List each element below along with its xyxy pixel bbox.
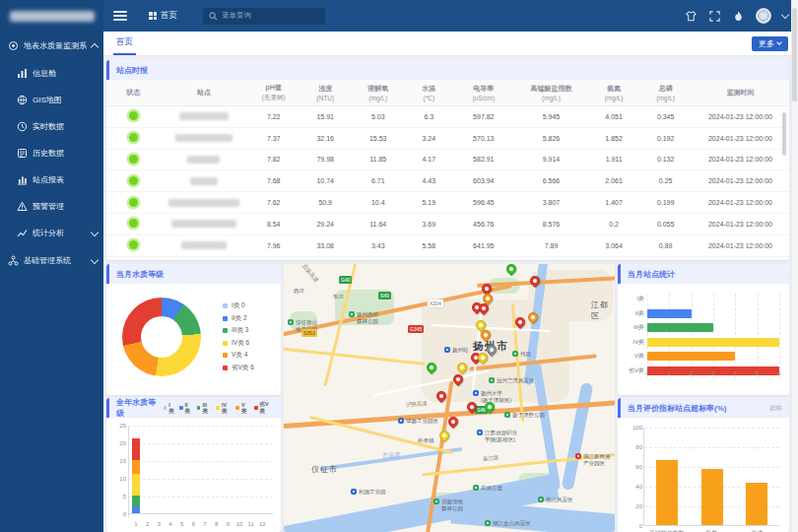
canal xyxy=(562,382,594,491)
table-row[interactable]: 7.9633.083.435.58641.957.893.0640.892024… xyxy=(106,234,789,256)
tab-bar: 首页 更多 xyxy=(103,32,798,56)
monthly-grade-panel: 当月水质等级 I类 0II类 2III类 3IV类 6V类 4劣V类 6 xyxy=(106,264,281,395)
legend-dot xyxy=(254,406,258,410)
status-cell xyxy=(106,106,161,128)
road-badge-S49: S49 xyxy=(378,292,391,299)
value-cell: 4.051 xyxy=(588,106,640,128)
legend-item-I类: I类 0 xyxy=(223,301,254,310)
station-name-cell xyxy=(161,192,248,214)
value-cell: 7.22 xyxy=(247,106,299,128)
poi-green-icon xyxy=(473,485,479,491)
value-cell: 6.566 xyxy=(514,170,588,192)
col-header-站点: 站点 xyxy=(161,80,248,106)
table-row[interactable]: 7.8279.9811.854.17582.919.9141.9110.1322… xyxy=(106,149,789,170)
month-label: 4 xyxy=(168,521,171,527)
map-label: 西庄 xyxy=(294,288,304,295)
table-row[interactable]: 7.6250.910.45.19596.453.8071.4070.199202… xyxy=(106,192,789,214)
map-panel: 扬州市仪征市江都区扬州西郊 森林公园仪征捺山 地质公园扬州站何园运河三湾风景区扬… xyxy=(284,264,615,532)
legend-item-II类: II类 2 xyxy=(223,314,254,323)
value-cell: 8.576 xyxy=(514,213,588,234)
app-logo xyxy=(0,0,103,32)
map-icon xyxy=(17,95,28,105)
poi-green-icon xyxy=(512,351,518,357)
vbar-高锰酸盐指数 xyxy=(656,460,678,525)
main-area: 首页 菜单查询 首页 xyxy=(103,0,798,532)
station-pin-green[interactable] xyxy=(504,264,518,276)
table-row[interactable]: 7.2215.915.036.3597.825.9454.0510.345202… xyxy=(106,106,789,128)
user-avatar[interactable] xyxy=(756,8,771,24)
table-row[interactable]: 7.6810.746.714.43603.946.5662.0610.25202… xyxy=(106,170,789,192)
table-row[interactable]: 8.5429.2411.643.69456.768.5760.20.055202… xyxy=(106,213,789,234)
sidebar-item-站点报表[interactable]: 站点报表 xyxy=(0,166,103,193)
legend-dot xyxy=(223,353,228,358)
value-cell: 6.3 xyxy=(405,106,452,128)
col-header-溶解氧: 溶解氧(mg/L) xyxy=(351,80,405,106)
gridline xyxy=(644,428,779,429)
value-cell: 7.62 xyxy=(247,192,299,214)
station-name-cell xyxy=(161,106,248,128)
month-label: 9 xyxy=(227,521,230,527)
poi-green-icon xyxy=(433,499,439,504)
theme-skin-icon[interactable] xyxy=(685,10,698,23)
fullscreen-icon[interactable] xyxy=(708,10,721,23)
sidebar-item-label: 统计分析 xyxy=(33,228,64,238)
value-cell: 33.08 xyxy=(299,234,352,256)
station-stats-title: 当月站点统计 xyxy=(628,269,675,280)
exceedance-header: 当月评价指标站点超标率(%) 超标 xyxy=(618,398,789,418)
menu-search-input[interactable]: 菜单查询 xyxy=(203,8,325,25)
month-label: 10 xyxy=(236,521,243,527)
sidebar-item-统计分析[interactable]: 统计分析 xyxy=(0,220,103,246)
online-status-dot xyxy=(129,133,138,142)
sidebar-item-信息舱[interactable]: 信息舱 xyxy=(0,60,103,87)
table-scrollbar[interactable] xyxy=(782,112,786,156)
y-tick-label: 0 xyxy=(114,511,126,517)
tab-home[interactable]: 首页 xyxy=(113,32,136,55)
sidebar-item-label: 信息舱 xyxy=(33,68,56,79)
page-scrollbar[interactable] xyxy=(791,0,798,532)
sidebar-group-0[interactable]: 地表水质量监测系统 xyxy=(0,32,103,60)
sidebar-item-GIS地图[interactable]: GIS地图 xyxy=(0,87,103,113)
bottom-grid: 当月水质等级 I类 0II类 2III类 3IV类 6V类 4劣V类 6 全年水… xyxy=(106,264,789,532)
value-cell: 603.94 xyxy=(453,170,515,192)
value-cell: 15.91 xyxy=(299,106,352,128)
x-axis xyxy=(128,513,273,514)
sidebar-item-历史数据[interactable]: 历史数据 xyxy=(0,140,103,166)
online-status-dot xyxy=(129,219,138,228)
sidebar-group-1[interactable]: 基础管理系统 xyxy=(0,246,103,275)
station-pin-red[interactable] xyxy=(446,415,460,429)
value-cell: 6.71 xyxy=(351,170,405,192)
online-status-dot xyxy=(129,198,138,207)
page-scrollbar-thumb[interactable] xyxy=(792,8,797,101)
legend-dot xyxy=(179,406,183,410)
annual-legend-II类: II类 xyxy=(179,402,193,415)
grid-icon xyxy=(149,12,157,20)
map-label: 镇江新民洲 产业园区 xyxy=(575,453,611,467)
nav-home[interactable]: 首页 xyxy=(149,10,177,22)
hbar-row-V类: V类 xyxy=(647,352,779,361)
sidebar-item-预警管理[interactable]: 预警管理 xyxy=(0,193,103,220)
dark-mode-flame-icon[interactable] xyxy=(732,10,745,23)
status-cell xyxy=(106,170,161,192)
station-name-cell xyxy=(161,170,248,192)
gridline xyxy=(128,479,273,480)
map-label: 古运河 xyxy=(382,451,400,460)
map-label: 华扬工业园区 xyxy=(398,418,438,425)
gridline xyxy=(128,443,273,444)
segment-V类 xyxy=(132,460,140,474)
sidebar-item-实时数据[interactable]: 实时数据 xyxy=(0,113,103,140)
clock-icon xyxy=(17,121,28,132)
menu-collapse-icon[interactable] xyxy=(113,11,127,21)
gridline xyxy=(128,497,273,498)
legend-dot xyxy=(223,303,228,308)
user-menu-chevron-icon[interactable] xyxy=(781,10,789,18)
table-row[interactable]: 7.3732.1615.533.24570.135.8261.8520.1922… xyxy=(106,127,789,149)
online-status-dot xyxy=(129,111,138,120)
y-tick-label: 5 xyxy=(114,494,126,499)
city-map[interactable]: 扬州市仪征市江都区扬州西郊 森林公园仪征捺山 地质公园扬州站何园运河三湾风景区扬… xyxy=(284,264,615,532)
value-cell: 15.53 xyxy=(351,127,405,149)
col-header-总磷: 总磷(mg/L) xyxy=(639,80,692,106)
more-button[interactable]: 更多 xyxy=(752,36,788,51)
system-icon xyxy=(8,40,19,51)
y-axis xyxy=(128,426,129,517)
station-name-blurred xyxy=(187,156,220,164)
